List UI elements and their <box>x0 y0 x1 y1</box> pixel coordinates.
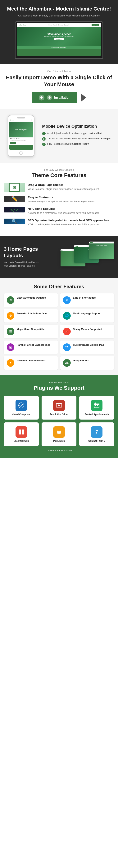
feature-box-googlefonts: Aa Google Fonts <box>60 356 114 370</box>
phone-logo: alhambra <box>10 120 14 121</box>
booked-appointments-icon <box>91 400 102 411</box>
googlemap-title: Customizable Google Map <box>73 343 104 347</box>
feature-nocoding-desc: No need to be a professional web develop… <box>28 211 99 215</box>
parallax-icon: ▣ <box>7 343 14 351</box>
laptop-hero: islam means peace Aliquam erat volutpat.… <box>17 27 101 46</box>
home-pages-desc: We create Several Unique Demos with Diff… <box>4 261 42 268</box>
feature-box-googlemap: 🗺 Customizable Google Map <box>60 341 114 354</box>
install-arrow <box>81 93 86 102</box>
other-features-section: Some Other Features ↻ Easy Automatic Upd… <box>0 278 118 375</box>
admin-title: Powerful Admin Interface <box>17 312 47 315</box>
laptop-hero-btn: Discover <box>54 38 63 40</box>
feature-box-admin: ⚙ Powerful Admin Interface <box>4 309 58 322</box>
plugin-mailchimp: MailChimp <box>41 423 77 446</box>
phone-mockup: alhambra islam means peace Welcome to Al… <box>4 115 38 157</box>
plugin-contact-form-7: 7 Contact Form 7 <box>79 423 114 446</box>
mobile-feature-list: 1 Absolutely all scrollable sections sup… <box>42 132 114 146</box>
plugin-revolution-slider: Revolution Slider <box>41 396 77 420</box>
feature-drag-title: Drag & Drop Page Builder <box>28 183 99 186</box>
feature-nocoding-title: No Coding Required <box>28 207 99 210</box>
laptop-mockup: alhambra Home About Services Contact Boo… <box>4 20 114 60</box>
svg-point-1 <box>19 403 24 408</box>
phone-hamburger <box>31 120 32 121</box>
phone-content: Welcome to Alhambra Praes Nunc Dolor, Di… <box>9 137 33 145</box>
core-features-section: For Easy Website Creation Theme Core Fea… <box>0 163 118 236</box>
phone-screen: alhambra islam means peace Welcome to Al… <box>9 119 33 150</box>
mobile-section: alhambra islam means peace Welcome to Al… <box>0 109 118 163</box>
laptop-nav-button: Book Now <box>92 24 99 26</box>
feature-drag-thumb: ⊞ <box>4 183 25 192</box>
plugins-subtitle: Free& Compatible <box>4 381 114 384</box>
fontello-icon: ✦ <box>7 359 14 367</box>
phone-welcome: Welcome to Alhambra <box>10 138 32 140</box>
feature-box-megamenu: ☰ Mega Menu Compatible <box>4 325 58 338</box>
mobile-title: Mobile Device Optimization <box>42 124 114 129</box>
laptop-welcome-bar: Welcome to Alhambra <box>17 46 101 50</box>
home-pages-preview: islam means peace islam means peace isla… <box>46 242 114 272</box>
install-button-label: Installation <box>54 96 70 99</box>
other-features-title: Some Other Features <box>4 284 114 289</box>
feature-seo-info: SEO Optimized integrated into meets best… <box>28 219 109 226</box>
svg-rect-9 <box>19 430 21 432</box>
mailchimp-icon <box>53 426 65 438</box>
hero-subtitle: An Awesome User-Friendly Combination of … <box>4 14 114 17</box>
phone-hero: islam means peace <box>9 122 33 137</box>
laptop-nav-logo: alhambra <box>19 24 26 26</box>
home-pages-content: 3 Home Pages Layouts We create Several U… <box>4 246 42 268</box>
phone-hero-text: islam means peace <box>15 129 27 130</box>
one-click-section: One Click Installation Easily Import Dem… <box>0 64 118 109</box>
mobile-feature-2: 2 The theme uses Mobile Friendly sliders… <box>42 137 114 141</box>
svg-rect-3 <box>94 403 99 408</box>
plugin-essential-grid: Essential Grid <box>4 423 39 446</box>
install-icon <box>47 95 52 100</box>
plugins-title: Plugins We Support <box>4 385 114 391</box>
feature-customize-info: Easy to Customize Awesome easy-to-use op… <box>28 196 95 203</box>
feature-num-1: 1 <box>42 132 46 135</box>
feature-drag-drop: ⊞ Drag & Drop Page Builder Visual Compos… <box>4 183 114 192</box>
plugin-booked-appointments: Booked Appointments <box>79 396 114 420</box>
megamenu-title: Mega Menu Compatible <box>17 328 45 331</box>
feature-num-3: 3 <box>42 143 46 146</box>
booked-appointments-name: Booked Appointments <box>85 413 109 416</box>
laptop-bottom <box>17 56 101 57</box>
admin-icon: ⚙ <box>7 312 14 320</box>
shortcodes-title: Lots of Shortcodes <box>73 296 96 300</box>
feature-customize: ✏️ Easy to Customize Awesome easy-to-use… <box>4 196 114 203</box>
install-button[interactable]: Installation <box>32 92 77 103</box>
phone-body: Praes Nunc Dolor, Diam Ipsum Ante Et Sap… <box>10 140 32 141</box>
feature-box-updates: ↻ Easy Automatic Updates <box>4 293 58 307</box>
mobile-feature-3: 3 Fully Responsive layout & Retina Ready <box>42 143 114 146</box>
svg-rect-11 <box>19 432 21 434</box>
shortcodes-icon: ❖ <box>63 296 71 304</box>
revolution-slider-icon <box>53 400 65 411</box>
laptop-hero-text: islam means peace <box>47 33 71 36</box>
feature-nocoding-info: No Coding Required No need to be a profe… <box>28 207 99 215</box>
essential-grid-icon <box>16 426 27 438</box>
updates-title: Easy Automatic Updates <box>17 296 46 300</box>
feature-box-multilang: 🌐 Multi Language Support <box>60 309 114 322</box>
one-click-title: Easily Import Demo With a Single Click o… <box>4 74 114 88</box>
svg-rect-12 <box>22 432 24 434</box>
fontello-title: Awesome Fontello Icons <box>17 359 46 362</box>
googlefonts-title: Google Fonts <box>73 359 89 362</box>
feature-box-parallax: ▣ Parallax Effect Backgrounds <box>4 341 58 354</box>
hero-title: Meet the Alhambra - Modern Islamic Centr… <box>4 6 114 12</box>
mobile-features-content: Mobile Device Optimization 1 Absolutely … <box>42 124 114 148</box>
sticky-title: Sticky Menus Supported <box>73 328 102 331</box>
feature-box-sticky: 📌 Sticky Menus Supported <box>60 325 114 338</box>
mobile-feature-1: 1 Absolutely all scrollable sections sup… <box>42 132 114 135</box>
laptop-nav-links: Home About Services Contact <box>49 24 69 26</box>
features-grid: ↻ Easy Automatic Updates ❖ Lots of Short… <box>4 293 114 370</box>
visual-composer-icon <box>16 400 27 411</box>
feature-drag-desc: Visual Composer plugin offers amazing to… <box>28 187 99 191</box>
visual-composer-name: Visual Composer <box>12 413 31 416</box>
feature-seo-desc: HTML code integrated into the theme meet… <box>28 223 109 226</box>
feature-nocoding-thumb: </> <box>4 207 25 213</box>
essential-grid-name: Essential Grid <box>13 440 29 442</box>
multilang-title: Multi Language Support <box>73 312 101 315</box>
feature-customize-title: Easy to Customize <box>28 196 95 199</box>
phone-home-button <box>19 151 23 155</box>
feature-box-shortcodes: ❖ Lots of Shortcodes <box>60 293 114 307</box>
feature-seo: 🔍 SEO Optimized integrated into meets be… <box>4 219 114 226</box>
preview-card-1: islam means peace <box>89 242 114 259</box>
